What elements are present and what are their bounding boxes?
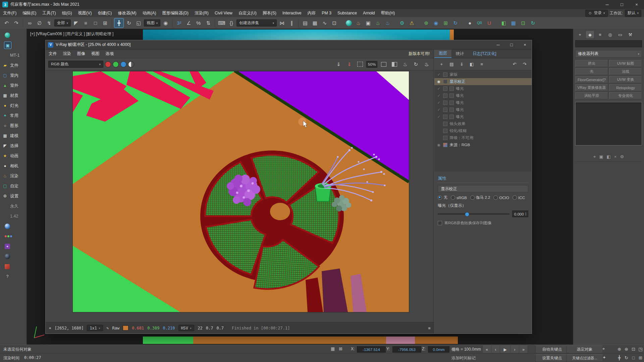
- layer-toggle-icon[interactable]: ✓: [436, 72, 441, 77]
- keyboard-override-icon[interactable]: ⌨: [217, 18, 226, 27]
- save-to-image-checkbox[interactable]: [438, 221, 442, 225]
- layer-folder-icon[interactable]: ▤: [448, 61, 455, 68]
- layer-row[interactable]: ◉显示校正: [434, 78, 532, 85]
- tab-layers[interactable]: 图层: [434, 50, 451, 58]
- script-tool1-icon[interactable]: ◧: [499, 18, 508, 27]
- left-tool-darksphere[interactable]: [0, 251, 26, 261]
- menu-arnold[interactable]: Arnold: [360, 9, 378, 17]
- eye-icon[interactable]: ◉: [436, 143, 441, 147]
- render-production-icon[interactable]: ♨: [373, 18, 382, 27]
- compare-ab-icon[interactable]: [390, 60, 399, 69]
- left-item-camera[interactable]: ●相机: [0, 161, 26, 171]
- isolate-toggle-icon[interactable]: ▦: [331, 346, 335, 351]
- new-version-link[interactable]: 新版本可用!: [409, 51, 434, 57]
- left-item-select[interactable]: ◤选择: [0, 141, 26, 151]
- layer-redo-icon[interactable]: ↷: [521, 61, 528, 68]
- previous-frame-button[interactable]: ‹: [491, 346, 500, 353]
- menu-file[interactable]: 文件(F): [0, 9, 19, 17]
- vfb-menu-options[interactable]: 选项: [103, 50, 117, 58]
- left-tool-palette[interactable]: [0, 231, 26, 241]
- alpha-channel-button[interactable]: [128, 61, 134, 67]
- selected-set-dropdown[interactable]: 选定对象: [566, 346, 603, 353]
- slider-thumb[interactable]: [465, 212, 469, 217]
- left-item-lights[interactable]: ●灯光: [0, 101, 26, 111]
- object-name-field[interactable]: [575, 40, 642, 47]
- modifier-button[interactable]: FloorGenerator[?: [575, 76, 608, 83]
- curve-editor-icon[interactable]: ∿: [320, 18, 329, 27]
- align-icon[interactable]: ∥: [287, 18, 296, 27]
- material-editor-icon[interactable]: [344, 18, 353, 27]
- zoom-region-icon[interactable]: □: [632, 355, 635, 360]
- modifier-button[interactable]: 涡轮平滑: [575, 92, 608, 99]
- left-item-interior[interactable]: ▢室内: [0, 70, 26, 80]
- maximize-button[interactable]: □: [614, 0, 629, 9]
- layer-row[interactable]: ✓蒙版: [434, 71, 532, 78]
- radio-srgb[interactable]: sRGB: [451, 195, 467, 200]
- ribbon-toggle-icon[interactable]: ▦: [310, 18, 319, 27]
- left-item-perm[interactable]: 永久: [0, 201, 26, 211]
- left-item-animation[interactable]: ★动画: [0, 151, 26, 161]
- vfb-titlebar[interactable]: V V-Ray 帧缓冲区 - [25.0% of 4000 x 4000] ─ …: [46, 40, 532, 50]
- pixel-probe-icon[interactable]: ⌖: [49, 326, 51, 330]
- minimize-button[interactable]: ─: [600, 0, 614, 9]
- modifier-button[interactable]: 法线: [609, 68, 642, 75]
- rendered-frame-window-icon[interactable]: ▣: [364, 18, 373, 27]
- set-key-button[interactable]: 设置关键点: [535, 354, 569, 362]
- warning-icon[interactable]: ⚠: [407, 18, 416, 27]
- layer-row[interactable]: ◉来源：RGB: [434, 141, 532, 148]
- left-tool-cube[interactable]: ▣: [0, 40, 26, 50]
- vfb-menu-image[interactable]: 图像: [74, 50, 88, 58]
- modifier-button[interactable]: 挤出: [575, 60, 608, 67]
- menu-substance[interactable]: Substance: [334, 9, 360, 17]
- show-end-result-icon[interactable]: ▣: [599, 154, 603, 160]
- layer-row[interactable]: 降噪：不可用: [434, 134, 532, 141]
- physical-camera-icon[interactable]: ●: [465, 18, 474, 27]
- layer-row[interactable]: 镜头效果: [434, 120, 532, 127]
- zoom-icon[interactable]: ⊕: [618, 347, 621, 352]
- remove-modifier-icon[interactable]: ×: [614, 154, 617, 160]
- plugin-globe-icon[interactable]: ◉: [431, 18, 440, 27]
- plugin-gear-icon[interactable]: ⚙: [397, 18, 407, 27]
- key-mode-toggle-icon[interactable]: ⌖: [602, 346, 605, 352]
- u-tool-icon[interactable]: U: [485, 18, 494, 27]
- vfb-menu-render[interactable]: 渲染: [60, 50, 74, 58]
- next-frame-button[interactable]: ›: [510, 346, 519, 353]
- zoom-level-button[interactable]: 50%: [366, 61, 378, 68]
- menu-content[interactable]: 内容: [305, 9, 319, 17]
- save-all-channels-icon[interactable]: ⇓: [345, 60, 354, 69]
- left-item-shapes[interactable]: ○图形: [0, 121, 26, 131]
- undo-icon[interactable]: ↶: [2, 18, 11, 27]
- selection-lock-icon[interactable]: ⊠: [339, 346, 342, 351]
- select-link-icon[interactable]: ∞: [25, 18, 34, 27]
- render-last-icon[interactable]: ♨: [400, 60, 410, 69]
- layer-toggle-icon[interactable]: ✓: [436, 115, 441, 119]
- left-item-mt1[interactable]: MT-1: [0, 50, 26, 60]
- layer-row[interactable]: 锐化/模糊: [434, 127, 532, 134]
- go-to-end-button[interactable]: »: [519, 346, 528, 353]
- save-image-icon[interactable]: ⇓: [334, 60, 343, 69]
- workspace-dropdown[interactable]: 默认 ▾: [625, 10, 641, 17]
- menu-edit[interactable]: 编辑(E): [19, 9, 39, 17]
- eye-icon[interactable]: ◉: [436, 79, 441, 84]
- menu-graph-editors[interactable]: 图形编辑器(D): [159, 9, 192, 17]
- left-item-material[interactable]: ▦材质: [0, 90, 26, 101]
- orbit-icon[interactable]: ↻: [625, 355, 628, 360]
- redo-icon[interactable]: ↷: [12, 18, 21, 27]
- selection-filter-dropdown[interactable]: 全部 ▾: [54, 19, 71, 26]
- vfb-minimize-button[interactable]: ─: [491, 41, 505, 49]
- menu-group[interactable]: 组(G): [59, 9, 75, 17]
- pan-icon[interactable]: ╋: [618, 355, 621, 360]
- tab-create-icon[interactable]: +: [576, 31, 584, 38]
- modifier-button[interactable]: VRay 置换修改器: [575, 84, 608, 91]
- layer-row[interactable]: ✓曝光: [434, 106, 532, 113]
- tab-utilities-icon[interactable]: ⚒: [626, 31, 634, 38]
- configure-modifier-sets-icon[interactable]: ⚙: [620, 154, 624, 160]
- key-icon[interactable]: ✦: [602, 355, 606, 360]
- tab-stats[interactable]: 统计: [451, 50, 468, 58]
- layer-toggle-icon[interactable]: ✓: [436, 101, 441, 105]
- vfb-menu-view[interactable]: 视图: [88, 50, 102, 58]
- left-item-settings[interactable]: ⚙设置: [0, 191, 26, 201]
- key-filters-button[interactable]: 关键点过滤器...: [566, 354, 603, 362]
- menu-customize[interactable]: 自定义(U): [235, 9, 260, 17]
- left-item-exterior[interactable]: ▲室外: [0, 80, 26, 90]
